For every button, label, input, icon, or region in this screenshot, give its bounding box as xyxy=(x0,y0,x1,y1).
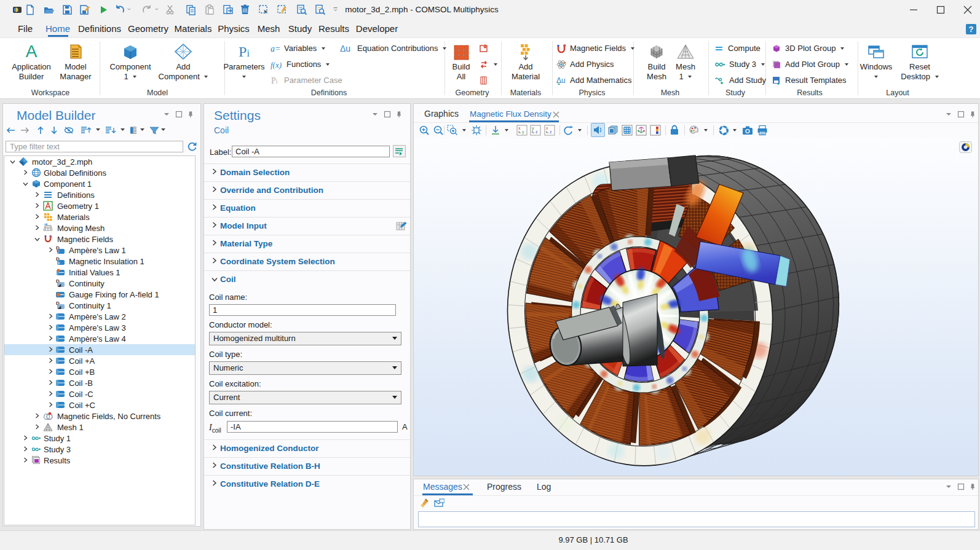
svg-text:y: y xyxy=(522,130,524,135)
svg-text:Δu: Δu xyxy=(556,76,566,85)
svg-text:a=: a= xyxy=(271,44,280,53)
svg-text:z: z xyxy=(550,130,552,134)
svg-text:z: z xyxy=(535,130,538,134)
svg-text:y: y xyxy=(532,126,534,131)
svg-text:◢: ◢ xyxy=(58,305,61,309)
svg-text:x: x xyxy=(546,126,548,130)
svg-text:◢: ◢ xyxy=(58,283,61,287)
svg-text:x: x xyxy=(518,126,521,130)
svg-text:A: A xyxy=(26,42,38,61)
svg-text:Δu: Δu xyxy=(340,44,350,53)
svg-text:n: n xyxy=(58,261,60,265)
svg-text:f(x): f(x) xyxy=(271,60,282,69)
svg-text:Pi: Pi xyxy=(271,76,278,85)
svg-text:Pi: Pi xyxy=(239,44,250,60)
